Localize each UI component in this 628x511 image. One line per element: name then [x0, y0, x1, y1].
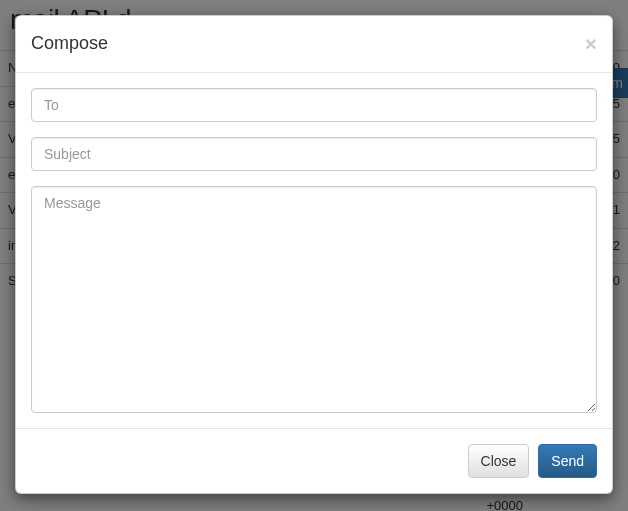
subject-input[interactable] [31, 137, 597, 171]
modal-footer: Close Send [16, 428, 612, 493]
message-textarea[interactable] [31, 186, 597, 413]
compose-modal: Compose × Close Send [15, 15, 613, 494]
to-input[interactable] [31, 88, 597, 122]
modal-title: Compose [31, 31, 108, 57]
send-button[interactable]: Send [538, 444, 597, 478]
modal-body [16, 73, 612, 428]
modal-header: Compose × [16, 16, 612, 73]
close-icon[interactable]: × [585, 33, 597, 54]
close-button[interactable]: Close [468, 444, 530, 478]
